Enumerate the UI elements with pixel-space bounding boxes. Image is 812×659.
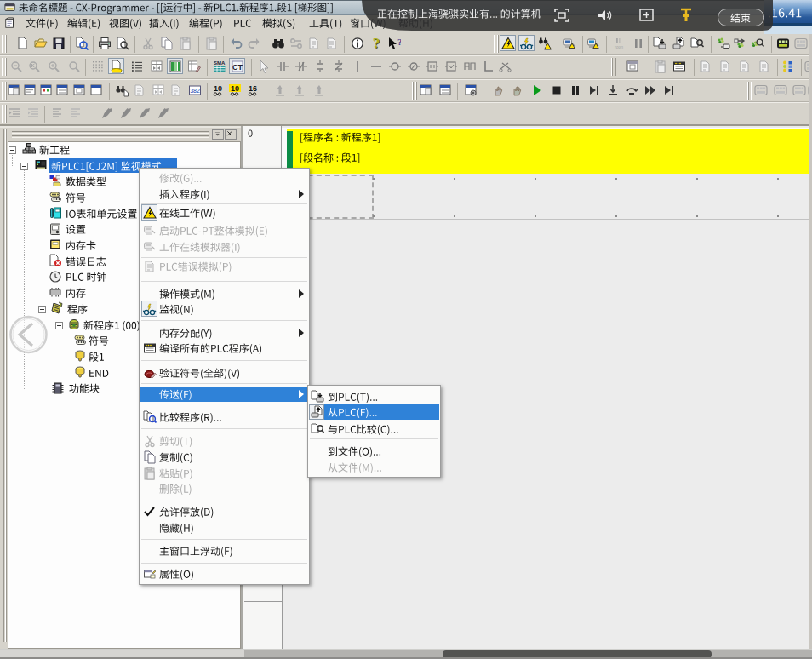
svg-text:10: 10 <box>231 84 239 93</box>
svg-text:roon: roon <box>615 44 623 49</box>
svg-text:?: ? <box>373 37 380 50</box>
svg-text:382: 382 <box>190 88 200 94</box>
svg-text:SMA: SMA <box>214 60 226 66</box>
svg-text:10: 10 <box>214 84 222 93</box>
svg-text:CT: CT <box>232 63 243 72</box>
svg-text:?: ? <box>397 37 401 47</box>
svg-text:16: 16 <box>249 84 257 93</box>
